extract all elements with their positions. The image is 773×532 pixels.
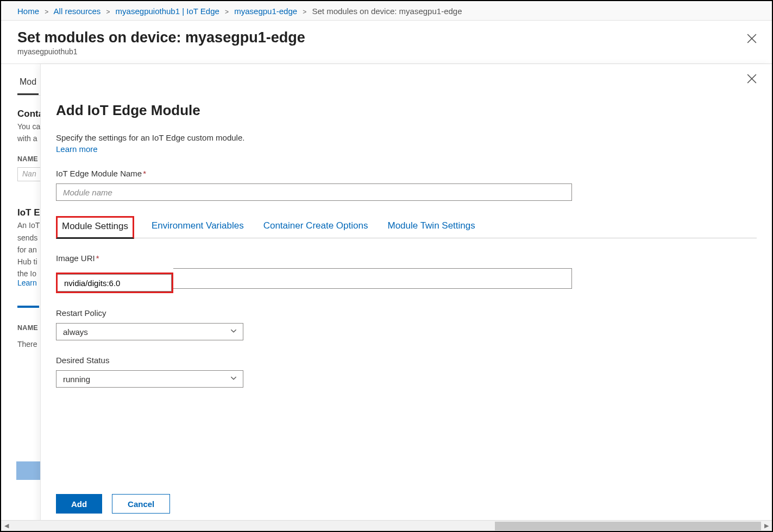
blade-title: Add IoT Edge Module: [56, 102, 757, 119]
image-uri-highlight: [56, 273, 173, 293]
breadcrumb-home[interactable]: Home: [17, 7, 39, 16]
image-uri-input-continuation[interactable]: [173, 268, 572, 289]
desired-status-label: Desired Status: [56, 356, 757, 365]
add-button-partial[interactable]: [17, 306, 39, 308]
tab-module-twin-settings[interactable]: Module Twin Settings: [385, 216, 477, 238]
tab-environment-variables[interactable]: Environment Variables: [149, 216, 246, 238]
chevron-down-icon: [230, 327, 237, 337]
scroll-thumb[interactable]: [495, 522, 761, 530]
module-name-label: IoT Edge Module Name*: [56, 169, 757, 178]
cancel-button[interactable]: Cancel: [112, 494, 170, 514]
required-indicator: *: [96, 254, 99, 263]
horizontal-scrollbar[interactable]: ◀ ▶: [1, 520, 772, 531]
scroll-left-icon[interactable]: ◀: [1, 522, 12, 529]
add-button[interactable]: Add: [56, 494, 102, 514]
review-button-partial[interactable]: [16, 461, 42, 480]
restart-policy-value: always: [63, 327, 88, 337]
breadcrumb-current: Set modules on device: myasegpu1-edge: [312, 7, 462, 16]
breadcrumb-iothub[interactable]: myasegpuiothub1 | IoT Edge: [116, 7, 219, 16]
restart-policy-label: Restart Policy: [56, 308, 757, 318]
close-icon[interactable]: [747, 34, 757, 43]
close-icon[interactable]: [747, 74, 757, 84]
chevron-down-icon: [230, 375, 237, 384]
scroll-right-icon[interactable]: ▶: [761, 522, 772, 529]
required-indicator: *: [143, 169, 146, 178]
module-name-input[interactable]: [56, 183, 572, 201]
tab-module-settings[interactable]: Module Settings: [56, 216, 134, 239]
restart-policy-select[interactable]: always: [56, 323, 243, 340]
tab-modules[interactable]: Mod: [17, 73, 39, 95]
chevron-right-icon: >: [303, 8, 306, 16]
chevron-right-icon: >: [225, 8, 229, 16]
breadcrumb: Home > All resources > myasegpuiothub1 |…: [1, 1, 772, 21]
image-uri-input[interactable]: [58, 274, 172, 292]
chevron-right-icon: >: [45, 8, 48, 16]
image-uri-label: Image URI*: [56, 254, 757, 263]
scroll-track[interactable]: [12, 521, 761, 531]
add-module-blade: Add IoT Edge Module Specify the settings…: [40, 64, 772, 531]
page-title: Set modules on device: myasegpu1-edge: [17, 29, 756, 46]
blade-description: Specify the settings for an IoT Edge cus…: [56, 133, 244, 142]
page-header: Set modules on device: myasegpu1-edge my…: [1, 21, 772, 64]
module-tabs: Module Settings Environment Variables Co…: [56, 216, 757, 238]
page-subtitle: myasegpuiothub1: [17, 47, 756, 56]
desired-status-value: running: [63, 375, 90, 384]
breadcrumb-all-resources[interactable]: All resources: [54, 7, 101, 16]
learn-more-link[interactable]: Learn: [17, 278, 37, 287]
breadcrumb-edge-device[interactable]: myasegpu1-edge: [234, 7, 297, 16]
learn-more-link[interactable]: Learn more: [56, 144, 757, 154]
desired-status-select[interactable]: running: [56, 370, 243, 388]
chevron-right-icon: >: [106, 8, 110, 16]
tab-container-create-options[interactable]: Container Create Options: [261, 216, 370, 238]
